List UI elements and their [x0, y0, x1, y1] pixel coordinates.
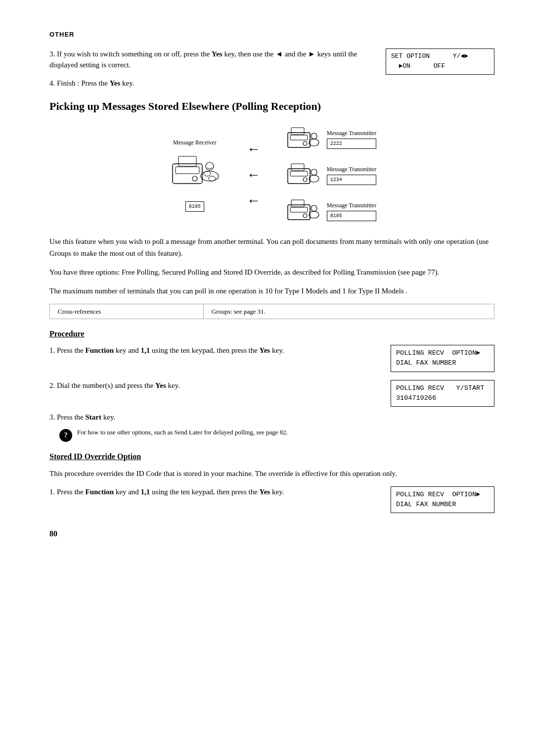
- procedure-heading: Procedure: [49, 328, 494, 340]
- transmitter-3-icon: [285, 197, 320, 225]
- bold-yes-4: Yes: [155, 381, 166, 389]
- arrow-1: ←: [247, 139, 261, 159]
- bold-11-2: 1,1: [141, 488, 150, 496]
- body-para-1: Use this feature when you wish to poll a…: [49, 236, 494, 259]
- svg-point-7: [206, 162, 214, 170]
- diagram-left: Message Receiver 8105: [168, 138, 222, 212]
- svg-point-24: [309, 211, 319, 218]
- step-2-text: 2. Dial the number(s) and press the Yes …: [49, 380, 379, 391]
- bold-yes-3: Yes: [260, 346, 270, 354]
- transmitter-2: Message Transmitter 1234: [285, 161, 376, 189]
- lcd-step-2: POLLING RECV Y/START 3104719266: [391, 380, 494, 407]
- transmitter-1-icon: [285, 125, 320, 152]
- svg-rect-3: [178, 156, 196, 166]
- procedure-step-2: 2. Dial the number(s) and press the Yes …: [49, 380, 494, 407]
- step-2-row: 2. Dial the number(s) and press the Yes …: [49, 380, 494, 407]
- bold-start: Start: [86, 413, 102, 421]
- transmitter-1: Message Transmitter 2222: [285, 125, 376, 152]
- cross-ref-box: Cross-references Groups: see page 31.: [49, 304, 494, 320]
- arrow-2: ←: [247, 164, 261, 185]
- procedure-note: ? For how to use other options, such as …: [59, 428, 494, 442]
- note-text: For how to use other options, such as Se…: [77, 428, 288, 437]
- svg-point-10: [303, 142, 307, 145]
- stored-id-step-1: 1. Press the Function key and 1,1 using …: [49, 486, 494, 514]
- step-1-row: 1. Press the Function key and 1,1 using …: [49, 345, 494, 372]
- transmitter-1-label: Message Transmitter: [327, 129, 376, 138]
- stored-id-section: Stored ID Override Option This procedure…: [49, 451, 494, 514]
- body-para-2: You have three options: Free Polling, Se…: [49, 266, 494, 278]
- page-number: 80: [49, 528, 494, 540]
- transmitter-3-label: Message Transmitter: [327, 201, 376, 210]
- receiver-code: 8105: [185, 201, 204, 212]
- svg-rect-23: [291, 200, 304, 207]
- bold-function-1: Function: [86, 346, 114, 354]
- lcd-step-1: POLLING RECV OPTION► DIAL FAX NUMBER: [391, 345, 494, 372]
- step-2-num: 2.: [49, 381, 57, 389]
- svg-rect-1: [176, 167, 199, 174]
- transmitter-1-code: 2222: [327, 139, 376, 149]
- bold-yes-1: Yes: [212, 50, 222, 58]
- cross-ref-right: Groups: see page 31.: [204, 304, 494, 319]
- svg-point-12: [309, 139, 319, 146]
- transmitter-2-label: Message Transmitter: [327, 165, 376, 174]
- diagram-right: Message Transmitter 2222 Message Transmi…: [285, 125, 376, 225]
- svg-point-4: [201, 171, 219, 181]
- svg-point-13: [311, 133, 317, 139]
- stored-id-heading: Stored ID Override Option: [49, 451, 494, 463]
- procedure-step-1: 1. Press the Function key and 1,1 using …: [49, 345, 494, 372]
- intro-step-3: 3. If you wish to switch something on or…: [49, 48, 494, 75]
- procedure-step-3: 3. Press the Start key.: [49, 412, 494, 423]
- step-1-text: 1. Press the Function key and 1,1 using …: [49, 345, 379, 356]
- step-num: 3.: [49, 50, 57, 58]
- transmitter-1-info: Message Transmitter 2222: [327, 129, 376, 149]
- transmitter-2-icon: [285, 161, 320, 189]
- svg-point-19: [311, 169, 317, 175]
- intro-step-3-text: 3. If you wish to switch something on or…: [49, 48, 377, 71]
- transmitter-3-code: 8105: [327, 211, 376, 221]
- intro-step-4: 4. Finish : Press the Yes key.: [49, 78, 494, 89]
- body-para-3: The maximum number of terminals that you…: [49, 285, 494, 297]
- svg-point-22: [303, 214, 307, 218]
- info-icon: ?: [59, 429, 72, 442]
- diagram-area: Message Receiver 8105 ← ← ←: [49, 125, 494, 225]
- transmitter-3-info: Message Transmitter 8105: [327, 201, 376, 221]
- receiver-fax-icon: [168, 149, 222, 198]
- lcd-stored-step-1: POLLING RECV OPTION► DIAL FAX NUMBER: [391, 486, 494, 514]
- transmitter-3: Message Transmitter 8105: [285, 197, 376, 225]
- step-3-num: 3.: [49, 413, 57, 421]
- procedure-section: Procedure 1. Press the Function key and …: [49, 328, 494, 442]
- svg-rect-17: [291, 164, 304, 171]
- stored-step-1-text: 1. Press the Function key and 1,1 using …: [49, 486, 379, 498]
- section-label: Other: [49, 30, 494, 40]
- step-num-4: 4.: [49, 79, 57, 87]
- receiver-label: Message Receiver: [173, 138, 217, 147]
- svg-point-25: [311, 205, 317, 211]
- svg-point-2: [192, 176, 197, 181]
- bold-yes-2: Yes: [110, 79, 121, 87]
- arrow-3: ←: [247, 190, 261, 211]
- stored-id-body: This procedure overrides the ID Code tha…: [49, 468, 494, 479]
- svg-point-18: [309, 175, 319, 182]
- bold-yes-5: Yes: [260, 488, 270, 496]
- transmitter-2-info: Message Transmitter 1234: [327, 165, 376, 185]
- cross-ref-left: Cross-references: [50, 304, 204, 319]
- diagram-arrows: ← ← ←: [247, 139, 261, 211]
- svg-rect-9: [290, 135, 308, 140]
- stored-step-1-row: 1. Press the Function key and 1,1 using …: [49, 486, 494, 514]
- transmitter-2-code: 1234: [327, 175, 376, 185]
- svg-rect-21: [290, 207, 308, 212]
- step-1-num: 1.: [49, 346, 57, 354]
- intro-steps: 3. If you wish to switch something on or…: [49, 48, 494, 89]
- svg-rect-11: [291, 128, 304, 135]
- lcd-set-option: SET OPTION Y/◄► ►ON OFF: [386, 48, 494, 75]
- svg-rect-15: [290, 171, 308, 176]
- bold-11-1: 1,1: [141, 346, 150, 354]
- bold-function-2: Function: [86, 488, 114, 496]
- svg-point-5: [204, 171, 211, 176]
- svg-point-6: [209, 176, 216, 181]
- svg-point-16: [303, 178, 307, 182]
- main-title: Picking up Messages Stored Elsewhere (Po…: [49, 98, 494, 114]
- stored-step-1-num: 1.: [49, 488, 57, 496]
